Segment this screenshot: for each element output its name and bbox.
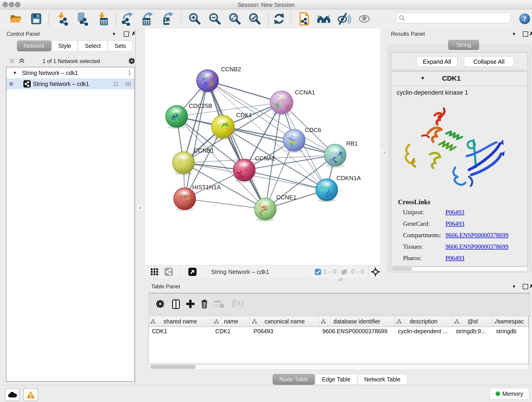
zoom-in-button[interactable]	[187, 11, 202, 27]
network-graph[interactable]: CCNB2CCNA1CDC25BCDK1CDC6RB1CCNB1CCNA2CDK…	[145, 29, 380, 265]
panel-menu-icon[interactable]: ▾	[513, 32, 515, 36]
network-view-canvas[interactable]: CCNB2CCNA1CDC25BCDK1CDC6RB1CCNB1CCNA2CDK…	[144, 29, 380, 265]
column-header-description[interactable]: description	[395, 316, 453, 327]
export-image-button[interactable]	[160, 11, 175, 27]
tab-network-table[interactable]: Network Table	[358, 374, 407, 385]
tab-sets[interactable]: Sets	[108, 41, 133, 51]
trash-icon[interactable]	[200, 299, 209, 309]
column-header-database-identifier[interactable]: database identifier	[319, 316, 395, 327]
tab-edge-table[interactable]: Edge Table	[315, 374, 357, 385]
panel-close-icon[interactable]: ✗	[132, 31, 136, 36]
right-splitter-handle[interactable]	[381, 149, 388, 156]
panel-close-icon[interactable]: ✗	[529, 284, 532, 289]
column-header-namespac[interactable]: namespac	[493, 316, 529, 327]
network-node-CDKN1A[interactable]: CDKN1A	[316, 175, 361, 202]
table-cell[interactable]: stringdb:9...	[452, 327, 493, 336]
network-node-CDC6[interactable]: CDC6	[283, 127, 321, 153]
zoom-out-button[interactable]	[208, 11, 222, 27]
hide-selected-button[interactable]	[337, 11, 351, 27]
network-node-RB1[interactable]: RB1	[324, 140, 358, 168]
search-field[interactable]	[396, 13, 510, 23]
zoom-selected-button[interactable]	[247, 11, 262, 27]
table-row[interactable]: CDK1CDK1P064939606.ENSP00000378699cyclin…	[149, 327, 529, 336]
network-edge-HIST1H1A-CCNE1[interactable]	[185, 199, 265, 209]
crosslink-link[interactable]: P06493	[445, 209, 464, 216]
tab-select[interactable]: Select	[78, 41, 107, 51]
tab-string[interactable]: String	[448, 40, 479, 50]
protein-section-header[interactable]: ▼ CDK1	[391, 72, 528, 86]
tab-node-table[interactable]: Node Table	[273, 374, 315, 385]
expand-all-button[interactable]: Expand All	[416, 56, 457, 67]
section-expander-icon[interactable]: ▼	[420, 76, 425, 81]
tab-style[interactable]: Style	[52, 41, 78, 51]
column-header-name[interactable]: name	[212, 316, 250, 327]
panel-menu-icon[interactable]: ▾	[113, 32, 115, 36]
selected-checkbox-icon[interactable]	[315, 269, 321, 275]
panel-float-icon[interactable]	[124, 32, 129, 37]
column-header-canonical-name[interactable]: canonical name	[250, 316, 319, 327]
table-vscrollbar[interactable]	[529, 316, 532, 364]
expand-all-icon[interactable]	[19, 58, 25, 64]
left-splitter[interactable]	[136, 29, 144, 385]
crosslink-link[interactable]: 9606.ENSP00000378699	[445, 232, 508, 239]
table-gear-icon[interactable]	[156, 299, 165, 308]
table-cell[interactable]: cyclin-dependent ...	[395, 327, 453, 336]
results-hscrollbar-thumb[interactable]	[392, 267, 412, 270]
network-view-icon[interactable]	[165, 268, 173, 276]
column-header-@id[interactable]: @id	[452, 316, 493, 327]
crosslink-link[interactable]: P06493	[445, 220, 464, 227]
network-collection-row[interactable]: ▼ String Network – cdk1 1	[6, 67, 134, 78]
left-splitter-handle[interactable]	[137, 204, 143, 211]
grid-view-icon[interactable]	[151, 268, 158, 275]
help-button[interactable]: ?	[517, 11, 532, 27]
results-hscrollbar[interactable]	[391, 267, 527, 271]
horizontal-splitter[interactable]	[144, 278, 380, 281]
table-cell[interactable]: CDK1	[149, 327, 212, 336]
panel-close-icon[interactable]: ✗	[529, 31, 532, 36]
panel-float-icon[interactable]	[523, 284, 528, 289]
network-edge-CCNB2-HIST1H1A[interactable]	[185, 81, 208, 199]
horizontal-splitter-handle[interactable]	[338, 278, 343, 281]
table-hscrollbar-thumb[interactable]	[150, 365, 196, 369]
network-node-HIST1H1A[interactable]: HIST1H1A	[174, 184, 221, 211]
cloud-button[interactable]	[5, 388, 20, 401]
gear-icon[interactable]	[128, 57, 135, 64]
show-all-button[interactable]	[357, 11, 372, 27]
table-hscrollbar[interactable]	[148, 364, 529, 370]
save-session-button[interactable]	[29, 11, 44, 27]
panel-menu-icon[interactable]: ▾	[513, 284, 515, 289]
new-network-from-selection-button[interactable]	[297, 11, 311, 27]
columns-icon[interactable]	[171, 299, 181, 309]
crosslink-link[interactable]: 9606.ENSP00000378699	[445, 243, 508, 250]
search-input[interactable]	[407, 14, 510, 21]
import-network-from-file-button[interactable]	[55, 11, 70, 27]
import-table-from-file-button[interactable]	[95, 11, 110, 27]
import-network-from-database-button[interactable]	[75, 11, 89, 27]
open-session-button[interactable]	[8, 11, 23, 27]
column-header-shared-name[interactable]: shared name	[149, 316, 212, 327]
export-table-button[interactable]	[140, 11, 155, 27]
collapse-all-icon[interactable]	[9, 58, 15, 64]
network-edge-CCNA2-CDKN1A[interactable]	[244, 170, 327, 190]
table-cell[interactable]: CDK1	[212, 327, 250, 336]
pan-crosshair-icon[interactable]	[371, 267, 380, 276]
table-cell[interactable]: stringdb	[493, 327, 529, 336]
network-node-CDC25B[interactable]: CDC25B	[166, 102, 212, 129]
table-cell[interactable]: 9606.ENSP00000378699	[319, 327, 395, 336]
add-column-icon[interactable]	[186, 299, 195, 308]
birdseye-view-icon[interactable]	[188, 268, 196, 276]
zoom-fit-button[interactable]	[228, 11, 242, 27]
export-network-button[interactable]	[120, 11, 135, 27]
crosslink-link[interactable]: P06493	[445, 255, 464, 262]
collapse-all-button[interactable]: Collapse All	[464, 56, 514, 67]
collection-expander-icon[interactable]: ▼	[13, 70, 17, 75]
network-node-CCNA1[interactable]: CCNA1	[270, 89, 315, 115]
refresh-network-button[interactable]	[272, 11, 286, 27]
tab-network[interactable]: Network	[17, 41, 51, 51]
first-neighbors-button[interactable]	[317, 11, 331, 27]
network-row-selected[interactable]: String Network – cdk1 11 48	[6, 78, 134, 89]
table-cell[interactable]: P06493	[250, 327, 319, 336]
warnings-button[interactable]	[23, 388, 38, 401]
memory-button[interactable]: Memory	[489, 388, 529, 400]
hidden-eye-icon[interactable]	[341, 268, 348, 275]
